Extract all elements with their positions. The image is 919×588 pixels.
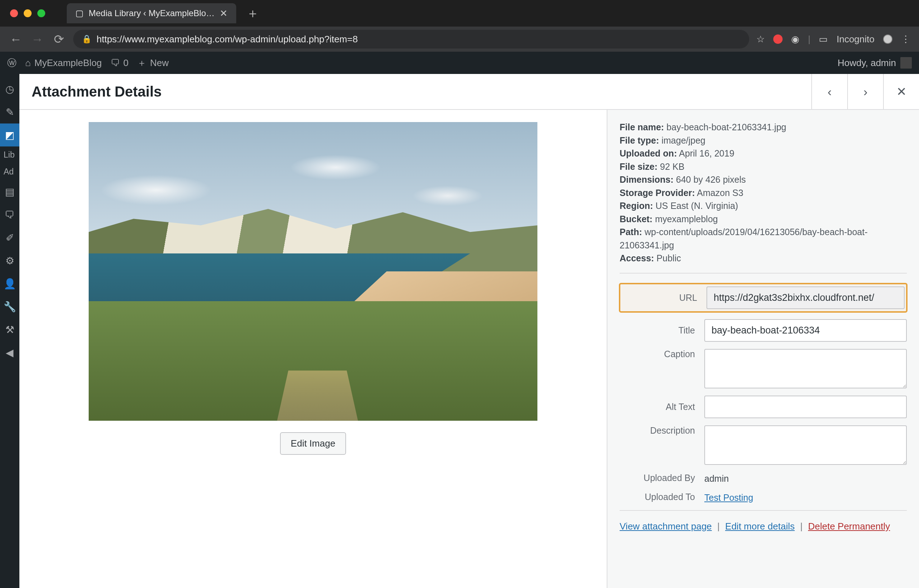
divider [620,273,907,273]
howdy-text: Howdy, admin [838,57,896,69]
menu-media[interactable]: ◩ [0,123,19,147]
address-bar: ← → ⟳ 🔒 https://www.myexampleblog.com/wp… [0,27,919,52]
file-detail-row: Dimensions: 640 by 426 pixels [620,173,907,186]
comments-link[interactable]: 🗨 0 [111,57,129,69]
setting-url: URL [620,284,907,312]
plug-icon: ⚙ [5,255,15,267]
nav-reload-icon[interactable]: ⟳ [52,32,66,46]
menu-posts[interactable]: ✎ [0,100,19,123]
setting-uploaded-by: Uploaded By admin [620,472,907,484]
next-attachment-button[interactable]: › [847,74,883,109]
file-detail-row: Path: wp-content/uploads/2019/04/1621305… [620,225,907,252]
attachment-details-modal: Attachment Details ‹ › ✕ Edit [19,74,919,588]
lock-icon: 🔒 [82,34,92,44]
file-detail-row: Access: Public [620,252,907,265]
tab-title: Media Library ‹ MyExampleBlo… [89,8,215,18]
chevron-left-icon: ◀ [6,347,14,359]
view-attachment-page-link[interactable]: View attachment page [620,521,712,531]
prev-attachment-button[interactable]: ‹ [811,74,847,109]
comments-count: 0 [123,57,129,69]
menu-users[interactable]: 👤 [0,272,19,295]
dashboard-icon: ◷ [5,83,14,95]
menu-settings[interactable]: ⚒ [0,318,19,341]
more-icon[interactable]: ⋮ [901,34,910,45]
menu-collapse[interactable]: ◀ [0,341,19,364]
menu-comments[interactable]: 🗨 [0,203,19,226]
new-label: New [150,57,169,69]
setting-title: Title [620,319,907,342]
divider [620,510,907,511]
file-detail-row: Region: US East (N. Virginia) [620,199,907,213]
admin-side-menu: ◷ ✎ ◩ Lib Ad ▤ 🗨 ✐ ⚙ 👤 🔧 ⚒ ◀ [0,74,19,588]
setting-uploaded-to: Uploaded To Test Posting [620,491,907,503]
window-close-button[interactable] [10,9,18,17]
incognito-label: Incognito [837,34,874,45]
attachment-settings: URL Title Caption Alt Text [620,284,907,503]
file-detail-row: Uploaded on: April 16, 2019 [620,147,907,160]
window-zoom-button[interactable] [37,9,45,17]
title-input[interactable] [704,319,907,342]
extension-icon[interactable] [773,34,783,44]
comment-icon: 🗨 [111,57,120,69]
alt-text-label: Alt Text [620,402,695,412]
browser-chrome: ▢ Media Library ‹ MyExampleBlo… ✕ ＋ ← → … [0,0,919,52]
setting-alt-text: Alt Text [620,396,907,418]
edit-more-details-link[interactable]: Edit more details [725,521,795,531]
home-icon: ⌂ [25,57,31,69]
modal-nav: ‹ › ✕ [811,74,919,109]
wp-admin-bar: ⓦ ⌂ MyExampleBlog 🗨 0 ＋ New Howdy, admin [0,52,919,74]
menu-appearance[interactable]: ✐ [0,226,19,249]
url-bar[interactable]: 🔒 https://www.myexampleblog.com/wp-admin… [73,30,749,48]
url-label: URL [622,292,697,303]
window-controls [10,9,45,17]
menu-plugins[interactable]: ⚙ [0,249,19,272]
browser-action-icons: ☆ ◉ | ▭ Incognito ⋮ [756,34,910,45]
comment-icon: 🗨 [5,209,15,221]
caption-textarea[interactable] [704,349,907,388]
attachment-image [89,122,538,421]
file-detail-row: File size: 92 KB [620,160,907,173]
delete-permanently-link[interactable]: Delete Permanently [808,521,890,531]
menu-dashboard[interactable]: ◷ [0,78,19,100]
page-icon: ▤ [5,186,15,198]
user-icon: 👤 [3,278,16,290]
file-detail-row: Storage Provider: Amazon S3 [620,186,907,200]
page: ⓦ ⌂ MyExampleBlog 🗨 0 ＋ New Howdy, admin… [0,52,919,588]
gear-icon: ⚒ [5,324,15,336]
menu-pages[interactable]: ▤ [0,180,19,203]
submenu-library[interactable]: Lib [0,147,19,163]
close-tab-icon[interactable]: ✕ [220,8,228,19]
description-textarea[interactable] [704,425,907,465]
attachment-info-panel: File name: bay-beach-boat-21063341.jpgFi… [607,110,919,588]
site-home-link[interactable]: ⌂ MyExampleBlog [25,57,102,69]
uploaded-to-link[interactable]: Test Posting [704,493,753,502]
menu-tools[interactable]: 🔧 [0,295,19,318]
close-modal-button[interactable]: ✕ [883,74,919,109]
wp-logo-icon[interactable]: ⓦ [7,57,16,69]
url-input[interactable] [706,286,904,309]
nav-back-icon[interactable]: ← [9,32,23,46]
browser-tab[interactable]: ▢ Media Library ‹ MyExampleBlo… ✕ [67,3,236,23]
uploaded-to-label: Uploaded To [620,492,695,502]
window-minimize-button[interactable] [24,9,32,17]
star-icon[interactable]: ☆ [756,34,765,45]
site-name: MyExampleBlog [34,57,102,69]
account-menu[interactable]: Howdy, admin [838,57,912,69]
edit-image-button[interactable]: Edit Image [280,432,346,455]
attachment-actions: View attachment page | Edit more details… [620,521,907,532]
new-tab-button[interactable]: ＋ [246,5,259,22]
file-detail-row: File type: image/jpeg [620,134,907,147]
admin-content-area: ◷ ✎ ◩ Lib Ad ▤ 🗨 ✐ ⚙ 👤 🔧 ⚒ ◀ Attachment … [0,74,919,588]
new-content-link[interactable]: ＋ New [137,57,169,69]
description-label: Description [620,425,695,436]
cast-icon[interactable]: ▭ [819,34,828,45]
camera-icon[interactable]: ◉ [791,34,799,45]
uploaded-by-label: Uploaded By [620,473,695,483]
wrench-icon: 🔧 [3,301,16,313]
tab-bar: ▢ Media Library ‹ MyExampleBlo… ✕ ＋ [0,0,919,27]
alt-text-input[interactable] [704,396,907,418]
avatar [900,57,912,69]
submenu-add-new[interactable]: Ad [0,163,19,180]
brush-icon: ✐ [6,232,14,244]
nav-forward-icon[interactable]: → [30,32,45,46]
